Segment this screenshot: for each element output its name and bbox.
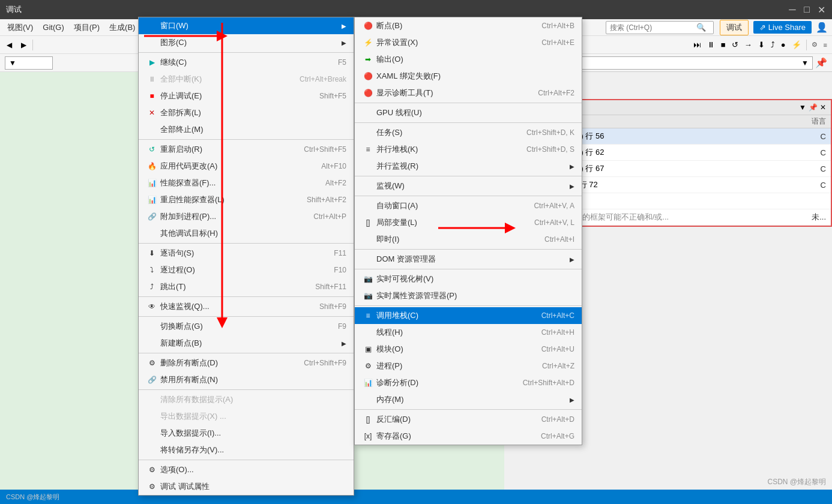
debug-new-bp-label: 新建断点(B) bbox=[160, 338, 202, 349]
debug-menu-restart[interactable]: ↺ 重新启动(R) Ctrl+Shift+F5 bbox=[139, 141, 354, 158]
step-out-icon: ⤴ bbox=[146, 283, 158, 291]
continue-icon: ▶ bbox=[146, 58, 158, 67]
debug-menu-new-bp[interactable]: 新建断点(B) ▶ bbox=[139, 335, 354, 352]
live-share-button[interactable]: ⇗ Live Share bbox=[753, 21, 812, 34]
debug-pause[interactable]: ⏸ bbox=[705, 39, 717, 50]
restart-profiler-icon: 📊 bbox=[146, 196, 158, 204]
locals-shortcut: Ctrl+Alt+V, L bbox=[522, 218, 574, 227]
debug-breakpoint[interactable]: ● bbox=[779, 39, 788, 50]
win-autos-label: 自动窗口(A) bbox=[376, 200, 418, 211]
win-menu-live-visual-tree[interactable]: 📷 实时可视化树(V) bbox=[355, 271, 582, 287]
debug-step-over[interactable]: ⏭ bbox=[691, 39, 704, 50]
close-button[interactable]: ✕ bbox=[816, 5, 826, 14]
debug-menu-graphics[interactable]: 图形(C) ▶ bbox=[139, 34, 354, 51]
debug-menu-options[interactable]: ⚙ 选项(O)... bbox=[139, 461, 354, 478]
win-menu-memory[interactable]: 内存(M) ▶ bbox=[355, 391, 582, 408]
profile-button[interactable]: 👤 bbox=[814, 20, 830, 35]
status-csdn: CSDN @烽起黎明 bbox=[6, 493, 59, 502]
win-menu-breakpoints[interactable]: 🔴 断点(B) Ctrl+Alt+B bbox=[355, 17, 582, 34]
debug-menu-step-out[interactable]: ⤴ 跳出(T) Shift+F11 bbox=[139, 278, 354, 295]
win-menu-watch[interactable]: 监视(W) ▶ bbox=[355, 178, 582, 194]
win-menu-xaml[interactable]: 🔴 XAML 绑定失败(F) bbox=[355, 68, 582, 85]
debug-restart[interactable]: ↺ bbox=[729, 39, 741, 50]
toolbar-fwd-btn[interactable]: ▶ bbox=[17, 38, 30, 52]
immediate-shortcut: Ctrl+Alt+I bbox=[532, 235, 574, 244]
call-stack-row-3-lang: C bbox=[790, 181, 826, 190]
memory-arrow: ▶ bbox=[570, 397, 574, 403]
debug-stop[interactable]: ■ bbox=[719, 39, 728, 50]
sep-2 bbox=[139, 139, 354, 140]
debug-hex[interactable]: ⚡ bbox=[789, 39, 804, 50]
win-menu-gpu[interactable]: GPU 线程(U) bbox=[355, 104, 582, 121]
menu-project[interactable]: 项目(P) bbox=[69, 20, 104, 35]
right-toolbar-pin[interactable]: 📌 bbox=[815, 57, 827, 68]
win-menu-output[interactable]: ➡ 输出(O) bbox=[355, 51, 582, 68]
debug-profiler-label: 性能探查器(F)... bbox=[160, 178, 216, 188]
menu-build[interactable]: 生成(B) bbox=[104, 20, 140, 35]
debug-settings[interactable]: ⚙ bbox=[809, 40, 820, 50]
debug-mode-badge: 调试 bbox=[720, 20, 749, 35]
debug-menu-disable-bp[interactable]: 🔗 禁用所有断点(N) bbox=[139, 371, 354, 388]
debug-menu-attach[interactable]: 🔗 附加到进程(P)... Ctrl+Alt+P bbox=[139, 208, 354, 225]
debug-panel[interactable]: ≡ bbox=[821, 40, 830, 50]
win-menu-autos[interactable]: 自动窗口(A) Ctrl+Alt+V, A bbox=[355, 197, 582, 214]
debug-menu-stop[interactable]: ■ 停止调试(E) Shift+F5 bbox=[139, 88, 354, 104]
debug-menu-window[interactable]: 窗口(W) ▶ bbox=[139, 17, 354, 34]
call-stack-close[interactable]: ✕ bbox=[820, 103, 826, 112]
debug-step-out[interactable]: ⤴ bbox=[768, 39, 777, 50]
call-stack-settings[interactable]: ▼ bbox=[799, 103, 806, 112]
debug-menu-step-into[interactable]: ⬇ 逐语句(S) F11 bbox=[139, 245, 354, 262]
win-menu-dom[interactable]: DOM 资源管理器 ▶ bbox=[355, 251, 582, 268]
maximize-button[interactable]: □ bbox=[802, 5, 812, 14]
win-menu-immediate[interactable]: 即时(I) Ctrl+Alt+I bbox=[355, 231, 582, 248]
menu-view[interactable]: 视图(V) bbox=[2, 20, 38, 35]
win-menu-modules[interactable]: ▣ 模块(O) Ctrl+Alt+U bbox=[355, 341, 582, 358]
win-menu-locals[interactable]: [] 局部变量(L) Ctrl+Alt+V, L bbox=[355, 214, 582, 231]
win-menu-call-stack[interactable]: ≡ 调用堆栈(C) Ctrl+Alt+C bbox=[355, 307, 582, 324]
debug-menu-terminate-all[interactable]: 全部终止(M) bbox=[139, 121, 354, 138]
win-menu-processes[interactable]: ⚙ 进程(P) Ctrl+Alt+Z bbox=[355, 358, 582, 374]
thread-dropdown[interactable]: ▼ bbox=[5, 56, 53, 70]
debug-menu-save-dump[interactable]: 将转储另存为(V)... bbox=[139, 442, 354, 458]
debug-menu-properties[interactable]: ⚙ 调试 调试属性 bbox=[139, 478, 354, 495]
win-menu-live-prop[interactable]: 📷 实时属性资源管理器(P) bbox=[355, 287, 582, 304]
debug-menu-apply-changes[interactable]: 🔥 应用代码更改(A) Alt+F10 bbox=[139, 158, 354, 175]
debug-sep-2 bbox=[806, 40, 807, 50]
menu-git[interactable]: Git(G) bbox=[38, 20, 68, 34]
debug-menu-other-targets[interactable]: 其他调试目标(H) bbox=[139, 225, 354, 242]
call-stack-row-5-lang: 未... bbox=[790, 212, 826, 223]
win-menu-threads[interactable]: 线程(H) Ctrl+Alt+H bbox=[355, 324, 582, 341]
debug-step-right[interactable]: → bbox=[742, 39, 755, 50]
quick-watch-shortcut: Shift+F9 bbox=[307, 302, 346, 311]
minimize-button[interactable]: ─ bbox=[788, 5, 797, 14]
win-menu-tasks[interactable]: 任务(S) Ctrl+Shift+D, K bbox=[355, 124, 582, 141]
win-tasks-label: 任务(S) bbox=[376, 127, 402, 138]
debug-menu-quick-watch[interactable]: 👁 快速监视(Q)... Shift+F9 bbox=[139, 298, 354, 315]
debug-menu-restart-profiler[interactable]: 📊 重启性能探查器(L) Shift+Alt+F2 bbox=[139, 191, 354, 208]
continue-shortcut: F5 bbox=[326, 58, 346, 67]
win-menu-registers[interactable]: [x] 寄存器(G) Ctrl+Alt+G bbox=[355, 428, 582, 445]
toolbar-back-btn[interactable]: ◀ bbox=[2, 38, 16, 52]
win-menu-diagnostic[interactable]: 🔴 显示诊断工具(T) Ctrl+Alt+F2 bbox=[355, 85, 582, 101]
win-menu-diagnostic-analysis[interactable]: 📊 诊断分析(D) Ctrl+Shift+Alt+D bbox=[355, 374, 582, 391]
debug-menu-step-over[interactable]: ⤵ 逐过程(O) F10 bbox=[139, 262, 354, 278]
win-menu-parallel-stack[interactable]: ≡ 并行堆栈(K) Ctrl+Shift+D, S bbox=[355, 141, 582, 158]
win-menu-disassembly[interactable]: [] 反汇编(D) Ctrl+Alt+D bbox=[355, 411, 582, 428]
call-stack-pin[interactable]: 📌 bbox=[809, 103, 818, 112]
debug-menu-delete-bp[interactable]: ⚙ 删除所有断点(D) Ctrl+Shift+F9 bbox=[139, 355, 354, 371]
search-input[interactable] bbox=[610, 23, 694, 32]
win-exception-label: 异常设置(X) bbox=[376, 37, 418, 48]
win-menu-exception[interactable]: ⚡ 异常设置(X) Ctrl+Alt+E bbox=[355, 34, 582, 51]
debug-menu-toggle-bp[interactable]: 切换断点(G) F9 bbox=[139, 318, 354, 335]
dom-arrow: ▶ bbox=[570, 256, 574, 263]
win-menu-parallel-watch[interactable]: 并行监视(R) ▶ bbox=[355, 158, 582, 175]
debug-menu-import-tips[interactable]: 导入数据提示(I)... bbox=[139, 425, 354, 442]
win-sep-1 bbox=[355, 103, 582, 103]
debug-menu-detach-all[interactable]: ✕ 全部拆离(L) bbox=[139, 104, 354, 121]
debug-step-into[interactable]: ⬇ bbox=[756, 39, 767, 50]
debug-export-tips-label: 导出数据提示(X) ... bbox=[160, 411, 226, 422]
debug-menu-profiler[interactable]: 📊 性能探查器(F)... Alt+F2 bbox=[139, 175, 354, 191]
debug-import-tips-label: 导入数据提示(I)... bbox=[160, 428, 221, 439]
win-sep-7 bbox=[355, 305, 582, 306]
debug-menu-continue[interactable]: ▶ 继续(C) F5 bbox=[139, 54, 354, 71]
